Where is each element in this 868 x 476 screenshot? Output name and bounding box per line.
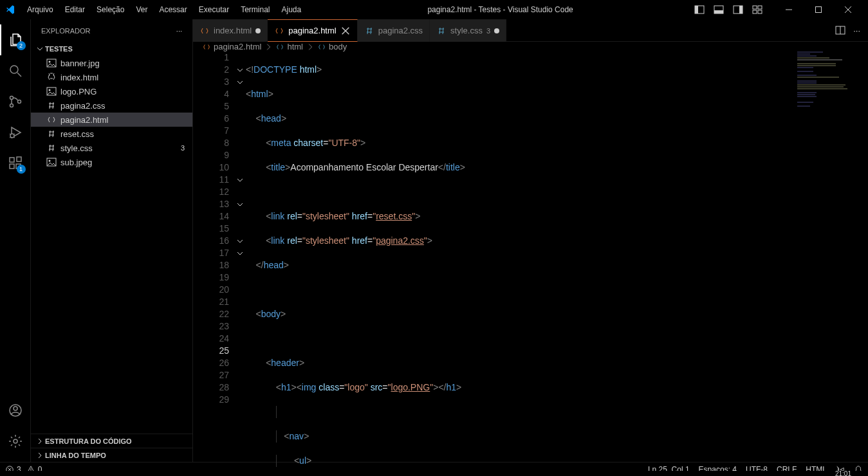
window-controls	[774, 0, 863, 19]
chevron-right-icon	[306, 42, 315, 51]
folder-testes[interactable]: TESTES	[31, 42, 192, 56]
tab-pagina2-css[interactable]: pagina2.css	[358, 19, 430, 42]
activity-settings[interactable]	[0, 426, 31, 457]
close-button[interactable]	[833, 0, 863, 19]
more-actions-icon[interactable]: ···	[853, 26, 860, 35]
activity-account[interactable]	[0, 395, 31, 426]
menu-ajuda[interactable]: Ajuda	[277, 3, 307, 17]
explorer-badge: 2	[17, 41, 26, 50]
file-banner-jpg[interactable]: banner.jpg	[31, 56, 192, 70]
svg-rect-11	[816, 7, 822, 13]
activity-explorer[interactable]: 2	[0, 24, 31, 55]
toggle-panel-bottom-icon[interactable]	[714, 5, 724, 15]
svg-point-28	[49, 61, 51, 63]
menu-editar[interactable]: Editar	[60, 3, 90, 17]
svg-rect-7	[758, 6, 762, 9]
gear-icon	[8, 434, 23, 449]
window-title: pagina2.html - Testes - Visual Studio Co…	[306, 5, 694, 14]
problems-badge: 3	[181, 144, 187, 152]
git-icon	[8, 94, 23, 109]
chevron-right-icon	[36, 452, 44, 459]
code-content[interactable]: <!DOCTYPE html> <html> <head> <meta char…	[246, 51, 868, 476]
file-style-css[interactable]: style.css 3	[31, 141, 192, 155]
menu-arquivo[interactable]: Arquivo	[22, 3, 59, 17]
customize-layout-icon[interactable]	[752, 5, 762, 15]
close-tab-icon[interactable]	[340, 26, 351, 36]
folding-column	[234, 51, 246, 476]
chevron-down-icon[interactable]	[236, 66, 244, 74]
system-clock: 21:01	[835, 470, 851, 476]
crumb-html[interactable]: html	[275, 42, 303, 51]
problems-count: 3	[486, 27, 490, 35]
search-icon	[8, 63, 23, 78]
crumb-body[interactable]: body	[317, 42, 347, 51]
chevron-down-icon[interactable]	[236, 201, 244, 208]
svg-point-32	[49, 160, 51, 162]
chevron-down-icon[interactable]	[236, 78, 244, 86]
file-pagina2-html[interactable]: pagina2.html	[31, 113, 192, 127]
file-sub-jpeg[interactable]: sub.jpeg	[31, 155, 192, 169]
html-icon	[274, 26, 284, 36]
chevron-down-icon[interactable]	[236, 250, 244, 257]
code-editor[interactable]: 1234567891011121314151617181920212223242…	[193, 51, 868, 476]
menu-terminal[interactable]: Terminal	[235, 3, 275, 17]
svg-rect-3	[714, 10, 723, 14]
menu-acessar[interactable]: Acessar	[154, 3, 192, 17]
chevron-down-icon[interactable]	[236, 237, 244, 245]
extensions-badge: 1	[17, 165, 26, 174]
toggle-panel-right-icon[interactable]	[733, 5, 743, 15]
breadcrumbs[interactable]: pagina2.html html body	[193, 42, 868, 51]
tab-index-html[interactable]: index.html	[193, 19, 268, 42]
svg-rect-21	[10, 164, 14, 169]
activity-run-debug[interactable]	[0, 117, 31, 148]
file-index-html[interactable]: index.html	[31, 70, 192, 84]
svg-point-14	[10, 66, 18, 73]
chevron-down-icon[interactable]	[236, 176, 244, 184]
file-tree: TESTES banner.jpg index.html logo.PNG pa…	[31, 42, 192, 434]
sidebar-title: EXPLORADOR	[41, 27, 90, 35]
timeline-section[interactable]: LINHA DO TEMPO	[31, 448, 192, 462]
minimize-button[interactable]	[774, 0, 804, 19]
activity-search[interactable]	[0, 55, 31, 86]
split-editor-icon[interactable]	[835, 25, 845, 35]
css-icon	[46, 129, 57, 139]
sidebar-more-icon[interactable]: ···	[176, 27, 182, 35]
taskbar-edge: 21:01	[0, 471, 868, 476]
menu-ver[interactable]: Ver	[131, 3, 152, 17]
sidebar-header: EXPLORADOR ···	[31, 19, 192, 42]
svg-line-15	[17, 73, 21, 77]
file-logo-png[interactable]: logo.PNG	[31, 84, 192, 98]
html-icon	[46, 114, 57, 125]
tab-pagina2-html[interactable]: pagina2.html	[268, 19, 357, 42]
html-icon	[46, 72, 57, 82]
svg-rect-5	[739, 6, 743, 14]
chevron-right-icon	[264, 42, 273, 51]
editor-area: index.html pagina2.html pagina2.css styl…	[193, 19, 868, 462]
menu-executar[interactable]: Executar	[194, 3, 234, 17]
crumb-file[interactable]: pagina2.html	[202, 42, 261, 51]
image-icon	[46, 157, 57, 167]
css-icon	[46, 143, 57, 153]
css-icon	[364, 26, 374, 36]
svg-point-30	[49, 89, 51, 91]
toggle-panel-left-icon[interactable]	[694, 5, 705, 15]
file-reset-css[interactable]: reset.css	[31, 127, 192, 141]
outline-section[interactable]: ESTRUTURA DO CÓDIGO	[31, 434, 192, 448]
symbol-icon	[317, 42, 326, 51]
menu-selecao[interactable]: Seleção	[91, 3, 129, 17]
svg-rect-1	[695, 6, 698, 14]
svg-rect-6	[753, 6, 757, 9]
maximize-button[interactable]	[804, 0, 833, 19]
title-bar: Arquivo Editar Seleção Ver Acessar Execu…	[0, 0, 868, 19]
minimap[interactable]	[797, 51, 862, 148]
tab-style-css[interactable]: style.css 3	[430, 19, 506, 42]
sidebar: EXPLORADOR ··· TESTES banner.jpg index.h…	[31, 19, 193, 462]
tabs-bar: index.html pagina2.html pagina2.css styl…	[193, 19, 868, 42]
activity-extensions[interactable]: 1	[0, 148, 31, 179]
svg-rect-23	[17, 157, 21, 161]
line-numbers: 1234567891011121314151617181920212223242…	[193, 51, 234, 476]
svg-point-18	[17, 100, 21, 104]
file-pagina2-css[interactable]: pagina2.css	[31, 98, 192, 113]
activity-source-control[interactable]	[0, 86, 31, 117]
svg-point-26	[14, 439, 17, 443]
